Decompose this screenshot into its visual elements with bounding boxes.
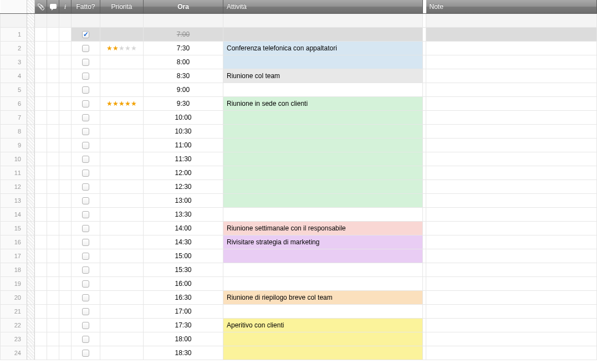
header-notes[interactable]: Note [426,0,597,14]
comment-cell[interactable] [47,263,59,277]
done-checkbox[interactable] [82,183,89,191]
row-number[interactable]: 19 [1,277,27,291]
info-cell[interactable] [59,83,72,97]
time-cell[interactable]: 8:00 [144,55,223,69]
info-cell[interactable] [59,222,72,235]
row-number[interactable]: 24 [1,346,27,360]
comment-cell[interactable] [47,152,59,166]
attachment-cell[interactable] [35,55,47,69]
row-number[interactable]: 3 [1,55,27,69]
activity-cell[interactable] [223,139,423,152]
info-cell[interactable] [59,55,72,69]
priority-stars[interactable]: ★★★★★ [106,44,137,52]
header-comment[interactable] [47,0,59,14]
info-cell[interactable] [59,69,72,83]
comment-cell[interactable] [47,69,59,83]
attachment-cell[interactable] [35,97,47,111]
note-cell[interactable] [426,28,597,42]
time-cell[interactable]: 8:30 [144,69,223,83]
info-cell[interactable] [59,346,72,360]
comment-cell[interactable] [47,235,59,249]
time-cell[interactable]: 18:00 [144,332,223,346]
activity-cell[interactable] [223,111,423,125]
note-cell[interactable] [426,166,597,180]
done-checkbox[interactable] [82,45,89,52]
row-number[interactable]: 10 [1,152,27,166]
comment-cell[interactable] [47,332,59,346]
info-cell[interactable] [59,180,72,194]
row-number[interactable]: 9 [1,139,27,152]
note-cell[interactable] [426,332,597,346]
row-number[interactable]: 2 [1,42,27,55]
row-number[interactable]: 8 [1,125,27,139]
done-checkbox[interactable] [82,142,89,149]
filter-activity[interactable] [223,14,423,28]
priority-cell[interactable] [100,249,144,263]
done-checkbox[interactable] [82,239,89,246]
done-checkbox[interactable] [82,253,89,260]
comment-cell[interactable] [47,208,59,222]
row-number[interactable]: 5 [1,83,27,97]
attachment-cell[interactable] [35,152,47,166]
activity-cell[interactable]: Riunione settimanale con il responsabile [223,222,423,235]
done-checkbox[interactable] [82,73,89,80]
done-checkbox[interactable] [82,294,89,301]
priority-cell[interactable] [100,55,144,69]
info-cell[interactable] [59,208,72,222]
done-checkbox[interactable] [82,322,89,329]
info-cell[interactable] [59,139,72,152]
note-cell[interactable] [426,319,597,332]
done-checkbox[interactable] [82,59,89,66]
done-cell[interactable] [72,305,100,319]
row-number[interactable]: 21 [1,305,27,319]
done-cell[interactable] [72,42,100,55]
row-number[interactable]: 20 [1,291,27,305]
done-cell[interactable] [72,319,100,332]
time-cell[interactable]: 15:00 [144,249,223,263]
info-cell[interactable] [59,305,72,319]
activity-cell[interactable] [223,125,423,139]
time-cell[interactable]: 13:30 [144,208,223,222]
info-cell[interactable] [59,28,72,42]
attachment-cell[interactable] [35,28,47,42]
attachment-cell[interactable] [35,319,47,332]
header-done[interactable]: Fatto? [72,0,100,14]
comment-cell[interactable] [47,83,59,97]
done-cell[interactable] [72,83,100,97]
activity-cell[interactable] [223,249,423,263]
time-cell[interactable]: 18:30 [144,346,223,360]
done-cell[interactable] [72,222,100,235]
done-cell[interactable] [72,180,100,194]
comment-cell[interactable] [47,125,59,139]
row-number[interactable]: 7 [1,111,27,125]
attachment-cell[interactable] [35,125,47,139]
priority-cell[interactable] [100,305,144,319]
comment-cell[interactable] [47,111,59,125]
note-cell[interactable] [426,235,597,249]
activity-cell[interactable]: Conferenza telefonica con appaltatori [223,42,423,55]
time-cell[interactable]: 12:30 [144,180,223,194]
time-cell[interactable]: 10:00 [144,111,223,125]
info-cell[interactable] [59,194,72,208]
note-cell[interactable] [426,263,597,277]
note-cell[interactable] [426,152,597,166]
note-cell[interactable] [426,83,597,97]
activity-cell[interactable]: Riunione di riepilogo breve col team [223,291,423,305]
comment-cell[interactable] [47,346,59,360]
time-cell[interactable]: 17:00 [144,305,223,319]
comment-cell[interactable] [47,222,59,235]
comment-cell[interactable] [47,28,59,42]
activity-cell[interactable]: Aperitivo con clienti [223,319,423,332]
done-checkbox[interactable] [82,197,89,204]
filter-attach[interactable] [35,14,47,28]
note-cell[interactable] [426,208,597,222]
priority-cell[interactable] [100,277,144,291]
note-cell[interactable] [426,346,597,360]
comment-cell[interactable] [47,180,59,194]
note-cell[interactable] [426,111,597,125]
priority-cell[interactable] [100,166,144,180]
priority-cell[interactable] [100,111,144,125]
activity-cell[interactable] [223,28,423,42]
attachment-cell[interactable] [35,166,47,180]
info-cell[interactable] [59,277,72,291]
